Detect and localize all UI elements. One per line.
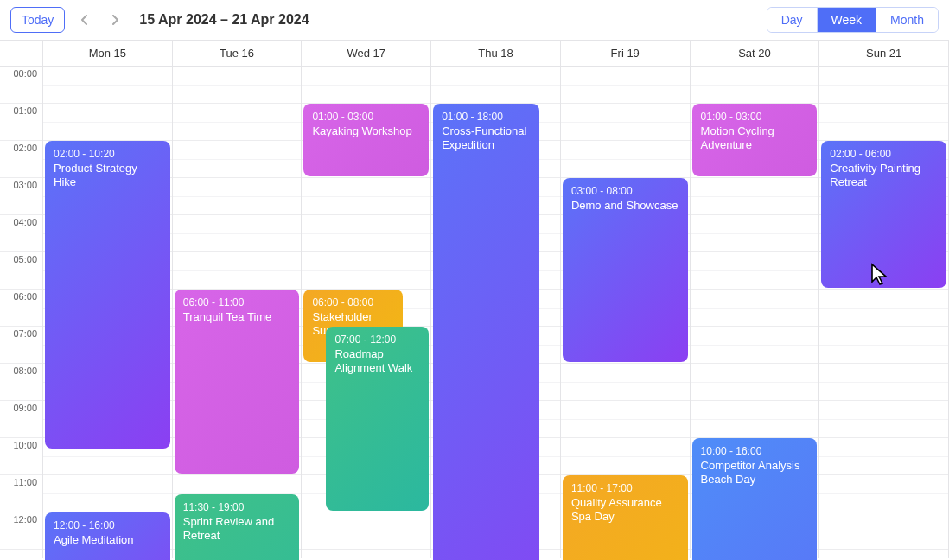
event-time: 12:00 - 16:00	[54, 519, 162, 531]
prev-arrow[interactable]	[72, 8, 96, 32]
calendar-event[interactable]: 03:00 - 08:00Demo and Showcase	[563, 178, 688, 362]
calendar-event[interactable]: 06:00 - 11:00Tranquil Tea Time	[175, 290, 300, 474]
day-body[interactable]: 01:00 - 03:00Kayaking Workshop06:00 - 08…	[302, 67, 430, 550]
calendar-event[interactable]: 01:00 - 03:00Kayaking Workshop	[303, 104, 429, 176]
day-body[interactable]: 02:00 - 06:00Creativity Painting Retreat	[819, 67, 948, 550]
event-title: Quality Assurance Spa Day	[571, 496, 679, 525]
day-body[interactable]: 06:00 - 11:00Tranquil Tea Time11:30 - 19…	[173, 67, 302, 550]
view-month-button[interactable]: Month	[876, 8, 938, 32]
calendar-event[interactable]: 12:00 - 16:00Agile Meditation	[45, 512, 170, 560]
day-header: Sun 21	[819, 41, 948, 67]
day-column: Mon 1502:00 - 10:20Product Strategy Hike…	[43, 41, 173, 558]
event-time: 03:00 - 08:00	[571, 185, 679, 197]
time-label: 10:00	[0, 438, 42, 475]
day-header: Thu 18	[431, 41, 560, 67]
event-title: Kayaking Workshop	[312, 124, 420, 138]
day-column: Tue 1606:00 - 11:00Tranquil Tea Time11:3…	[173, 41, 303, 558]
event-time: 02:00 - 10:20	[54, 148, 162, 160]
day-body[interactable]: 02:00 - 10:20Product Strategy Hike12:00 …	[43, 67, 172, 550]
time-label: 08:00	[0, 364, 42, 401]
time-label: 02:00	[0, 141, 42, 178]
event-time: 02:00 - 06:00	[830, 148, 938, 160]
event-time: 06:00 - 08:00	[312, 296, 394, 309]
calendar-event[interactable]: 02:00 - 06:00Creativity Painting Retreat	[821, 141, 946, 288]
event-title: Cross-Functional Expedition	[442, 124, 531, 153]
event-title: Sprint Review and Retreat	[183, 515, 291, 544]
day-body[interactable]: 01:00 - 18:00Cross-Functional Expedition	[431, 67, 560, 550]
day-header: Mon 15	[43, 41, 172, 67]
event-title: Demo and Showcase	[571, 199, 679, 213]
time-label: 03:00	[0, 178, 42, 215]
day-header: Tue 16	[173, 41, 302, 67]
calendar-event[interactable]: 02:00 - 10:20Product Strategy Hike	[45, 141, 170, 449]
day-header: Sat 20	[691, 41, 819, 67]
day-header: Fri 19	[561, 41, 690, 67]
time-label: 11:00	[0, 475, 42, 512]
calendar-event[interactable]: 01:00 - 03:00Motion Cycling Adventure	[692, 104, 818, 176]
event-title: Creativity Painting Retreat	[830, 162, 938, 190]
days-container: Mon 1502:00 - 10:20Product Strategy Hike…	[43, 41, 949, 558]
event-time: 11:00 - 17:00	[571, 482, 679, 494]
chevron-left-icon	[80, 15, 88, 25]
calendar-grid: 00:0001:0002:0003:0004:0005:0006:0007:00…	[0, 40, 949, 558]
event-title: Tranquil Tea Time	[183, 310, 291, 324]
toolbar: Today 15 Apr 2024 – 21 Apr 2024 Day Week…	[0, 0, 949, 40]
calendar-event[interactable]: 11:00 - 17:00Quality Assurance Spa Day	[563, 475, 688, 560]
event-time: 06:00 - 11:00	[183, 296, 291, 309]
day-column: Sun 2102:00 - 06:00Creativity Painting R…	[819, 41, 949, 558]
time-label: 07:00	[0, 327, 42, 364]
time-label: 05:00	[0, 252, 42, 290]
event-time: 01:00 - 18:00	[442, 111, 531, 123]
time-label: 01:00	[0, 104, 42, 141]
calendar-event[interactable]: 07:00 - 12:00Roadmap Alignment Walk	[326, 327, 429, 511]
view-day-button[interactable]: Day	[767, 8, 817, 32]
time-label: 04:00	[0, 215, 42, 252]
event-title: Roadmap Alignment Walk	[334, 347, 420, 376]
view-week-button[interactable]: Week	[817, 8, 876, 32]
event-title: Agile Meditation	[54, 533, 162, 547]
event-title: Competitor Analysis Beach Day	[701, 459, 809, 487]
time-label: 06:00	[0, 290, 42, 327]
chevron-right-icon	[111, 15, 119, 25]
day-body[interactable]: 03:00 - 08:00Demo and Showcase11:00 - 17…	[561, 67, 690, 550]
event-time: 11:30 - 19:00	[183, 501, 291, 513]
day-column: Fri 1903:00 - 08:00Demo and Showcase11:0…	[561, 41, 691, 558]
next-arrow[interactable]	[103, 8, 127, 32]
event-time: 07:00 - 12:00	[334, 334, 420, 346]
time-label: 00:00	[0, 67, 42, 104]
today-button[interactable]: Today	[10, 7, 65, 33]
event-title: Motion Cycling Adventure	[701, 124, 809, 153]
event-time: 01:00 - 03:00	[312, 111, 420, 123]
date-range: 15 Apr 2024 – 21 Apr 2024	[139, 12, 309, 28]
day-column: Thu 1801:00 - 18:00Cross-Functional Expe…	[431, 41, 561, 558]
time-column: 00:0001:0002:0003:0004:0005:0006:0007:00…	[0, 41, 43, 558]
calendar-event[interactable]: 11:30 - 19:00Sprint Review and Retreat	[175, 494, 300, 561]
view-switch: Day Week Month	[767, 7, 939, 33]
event-time: 01:00 - 03:00	[701, 111, 809, 123]
day-body[interactable]: 01:00 - 03:00Motion Cycling Adventure10:…	[691, 67, 819, 550]
day-column: Wed 1701:00 - 03:00Kayaking Workshop06:0…	[302, 41, 431, 558]
event-title: Product Strategy Hike	[54, 162, 162, 190]
calendar-event[interactable]: 10:00 - 16:00Competitor Analysis Beach D…	[692, 438, 818, 560]
time-label: 09:00	[0, 401, 42, 438]
calendar-event[interactable]: 01:00 - 18:00Cross-Functional Expedition	[433, 104, 539, 560]
day-header: Wed 17	[302, 41, 430, 67]
event-time: 10:00 - 16:00	[701, 445, 809, 457]
time-label: 12:00	[0, 512, 42, 550]
day-column: Sat 2001:00 - 03:00Motion Cycling Advent…	[691, 41, 820, 558]
